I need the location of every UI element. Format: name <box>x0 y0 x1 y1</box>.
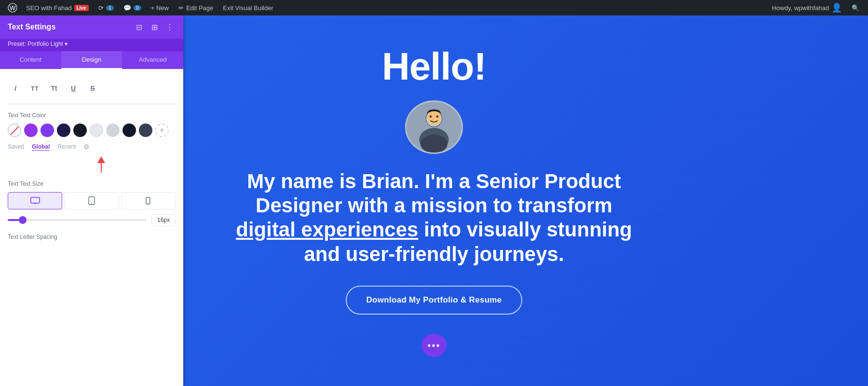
color-swatch-black2[interactable] <box>139 124 152 137</box>
recent-tab[interactable]: Recent <box>57 143 76 150</box>
panel-header: Text Settings ⊟ ⊞ ⋮ <box>0 15 183 39</box>
exit-builder-item[interactable]: Exit Visual Builder <box>218 0 278 15</box>
panel-body: I TT Tt U S Text Text Color + Saved Glob… <box>0 69 183 248</box>
desktop-tab[interactable] <box>8 192 62 209</box>
saved-tab[interactable]: Saved <box>8 143 24 150</box>
comments-item[interactable]: 💬 0 <box>119 0 146 15</box>
admin-bar: W SEO with Fahad Live ⟳ 1 💬 0 + New ✏ Ed… <box>0 0 868 15</box>
color-tabs: Saved Global Recent ⚙ <box>8 143 176 151</box>
color-swatch-purple[interactable] <box>24 124 38 137</box>
panel-title: Text Settings <box>8 23 55 31</box>
format-icons-row: I TT Tt U S <box>8 77 176 104</box>
red-arrow-icon <box>97 156 105 163</box>
highlight-text: digital experiences <box>236 218 418 241</box>
color-swatch-lighter[interactable] <box>106 124 120 137</box>
text-settings-panel: Text Settings ⊟ ⊞ ⋮ Preset: Portfolio Li… <box>0 15 183 386</box>
svg-point-8 <box>430 115 432 117</box>
dots-icon: ••• <box>427 340 440 351</box>
new-item[interactable]: + New <box>146 0 174 15</box>
comment-count: 0 <box>134 5 141 11</box>
svg-rect-11 <box>31 197 40 203</box>
size-section-label: Text Text Size <box>8 180 176 187</box>
mobile-tab[interactable] <box>121 192 176 209</box>
underline-button[interactable]: U <box>66 81 81 96</box>
titlecase-button[interactable]: Tt <box>46 81 62 96</box>
italic-button[interactable]: I <box>8 81 23 96</box>
svg-point-13 <box>91 203 92 204</box>
wp-logo[interactable]: W <box>4 0 21 15</box>
download-button[interactable]: Download My Portfolio & Resume <box>346 286 522 315</box>
maximize-icon[interactable]: ⊞ <box>149 21 160 33</box>
live-badge: Live <box>74 5 89 11</box>
tab-advanced[interactable]: Advanced <box>122 51 183 69</box>
panel-header-icons: ⊟ ⊞ ⋮ <box>133 21 176 33</box>
preset-selector[interactable]: Preset: Portfolio Light <box>0 39 183 51</box>
tab-design[interactable]: Design <box>61 51 122 69</box>
color-swatch-dark-purple[interactable] <box>41 124 54 137</box>
updates-item[interactable]: ⟳ 1 <box>94 0 119 15</box>
color-swatch-dark[interactable] <box>73 124 87 137</box>
device-tabs <box>8 192 176 209</box>
avatar <box>405 100 463 154</box>
global-tab[interactable]: Global <box>32 143 50 151</box>
color-swatch-navy[interactable] <box>57 124 70 137</box>
color-swatch-black1[interactable] <box>122 124 136 137</box>
transparent-swatch[interactable] <box>8 124 21 137</box>
tab-content[interactable]: Content <box>0 51 61 69</box>
size-value-input[interactable]: 16px <box>151 214 176 226</box>
panel-tabs: Content Design Advanced <box>0 51 183 69</box>
color-settings-icon[interactable]: ⚙ <box>83 143 90 151</box>
svg-point-7 <box>427 110 441 125</box>
arrow-indicator <box>8 156 176 173</box>
update-count: 1 <box>106 5 114 11</box>
svg-point-15 <box>148 203 149 204</box>
greeting-item: Howdy, wpwithfahad 👤 <box>767 2 847 13</box>
edit-page-item[interactable]: ✏ Edit Page <box>174 0 218 15</box>
add-color-button[interactable]: + <box>155 124 169 137</box>
tablet-tab[interactable] <box>64 192 119 209</box>
bio-text: My name is Brian. I'm a Senior Product D… <box>227 169 641 267</box>
dots-button[interactable]: ••• <box>421 334 447 357</box>
color-section-label: Text Text Color <box>8 112 176 119</box>
search-icon: 🔍 <box>852 4 859 12</box>
color-swatches: + <box>8 124 176 137</box>
site-name[interactable]: SEO with Fahad Live <box>21 0 94 15</box>
color-swatch-light[interactable] <box>90 124 103 137</box>
hello-heading: Hello! <box>382 44 486 89</box>
size-slider-row: 16px <box>8 214 176 226</box>
uppercase-button[interactable]: TT <box>27 81 42 96</box>
svg-point-9 <box>436 115 438 117</box>
letter-spacing-label: Text Letter Spacing <box>8 234 176 240</box>
search-button[interactable]: 🔍 <box>847 4 864 12</box>
svg-point-10 <box>420 135 448 152</box>
size-slider-track[interactable] <box>8 219 147 221</box>
more-options-icon[interactable]: ⋮ <box>164 21 176 33</box>
minimize-icon[interactable]: ⊟ <box>133 21 145 33</box>
svg-text:W: W <box>10 4 16 12</box>
strikethrough-button[interactable]: S <box>85 81 100 96</box>
